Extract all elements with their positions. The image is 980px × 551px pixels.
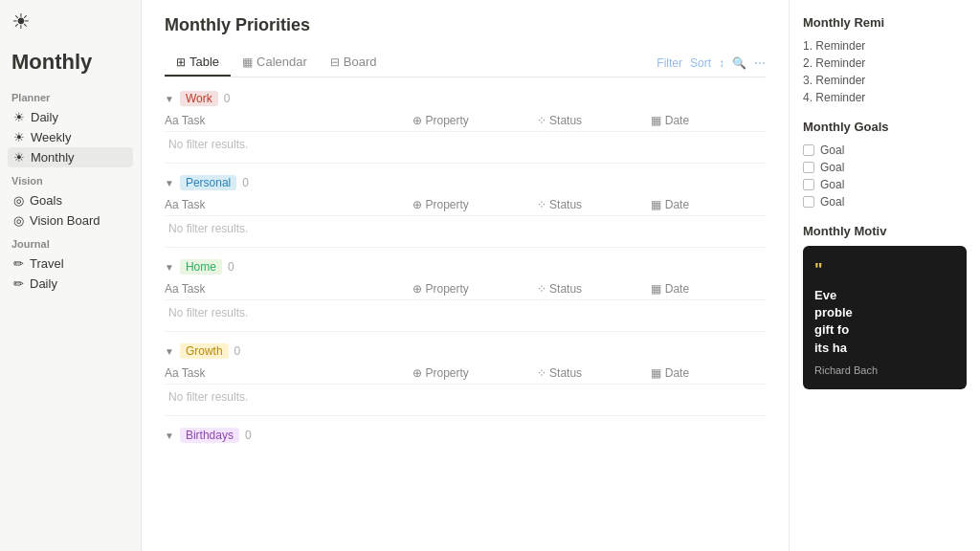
sidebar-item-daily-journal-label: Daily [30,276,57,291]
sidebar-item-weekly-label: Weekly [31,130,71,144]
daily-icon: ☀ [13,110,25,124]
sort-direction-icon[interactable]: ↕ [719,56,724,70]
sidebar-item-travel[interactable]: ✏ Travel [8,253,133,274]
sort-button[interactable]: Sort [690,56,711,70]
reminder-4: 4. Reminder [803,89,967,106]
birthdays-tag: Birthdays [180,428,239,443]
personal-table-header: Aa Task ⊕ Property ⁘ Status ▦ Date [165,194,766,216]
sidebar-item-daily-journal[interactable]: ✏ Daily [8,274,133,294]
col-task-label2: Aa Task [165,198,412,211]
search-icon[interactable]: 🔍 [732,56,746,70]
tab-actions: Filter Sort ↕ 🔍 ⋯ [657,56,766,70]
monthly-icon: ☀ [13,150,25,165]
growth-no-filter: No filter results. [165,385,766,411]
tab-table-label: Table [189,55,219,69]
category-growth-header: ▼ Growth 0 [165,340,766,363]
tab-calendar-label: Calendar [256,55,307,69]
goal-3-checkbox[interactable] [803,179,814,190]
goals-icon: ◎ [13,193,24,208]
tab-table[interactable]: ⊞ Table [165,49,231,77]
goal-1: Goal [803,142,967,159]
growth-count: 0 [234,344,241,358]
category-personal-header: ▼ Personal 0 [165,171,766,194]
personal-divider [165,247,766,248]
sidebar-item-vision-board-label: Vision Board [30,213,100,228]
home-tag: Home [180,259,222,275]
calendar-icon: ▦ [242,55,253,69]
home-count: 0 [228,260,234,274]
col-property-label2: ⊕ Property [412,198,537,211]
category-work: ▼ Work 0 Aa Task ⊕ Property ⁘ Status ▦ D… [165,87,766,164]
personal-count: 0 [242,176,249,189]
reminder-1: 1. Reminder [803,37,967,55]
growth-divider [165,415,766,416]
growth-tag: Growth [180,343,229,359]
col-status-label3: ⁘ Status [537,282,652,296]
sidebar-item-daily[interactable]: ☀ Daily [8,107,133,127]
travel-icon: ✏ [13,256,24,271]
home-table-header: Aa Task ⊕ Property ⁘ Status ▦ Date [165,278,766,300]
journal-section-label: Journal [8,231,133,253]
personal-tag: Personal [180,175,236,190]
vision-section-label: Vision [8,167,133,190]
more-options-icon[interactable]: ⋯ [754,56,766,70]
work-collapse-icon[interactable]: ▼ [165,94,174,104]
motivation-title: Monthly Motiv [803,224,967,238]
goal-2-checkbox[interactable] [803,162,814,173]
tabs-row: ⊞ Table ▦ Calendar ⊟ Board Filter Sort ↕… [165,49,766,77]
col-date-label2: ▦ Date [651,198,766,211]
col-date-label: ▦ Date [651,114,766,127]
sidebar-item-monthly[interactable]: ☀ Monthly [8,147,133,167]
main-content: Monthly Priorities ⊞ Table ▦ Calendar ⊟ … [142,0,789,551]
personal-collapse-icon[interactable]: ▼ [165,178,174,188]
growth-table-header: Aa Task ⊕ Property ⁘ Status ▦ Date [165,363,766,385]
col-status-label: ⁘ Status [537,114,652,127]
sidebar-item-goals[interactable]: ◎ Goals [8,190,133,210]
reminders-list: 1. Reminder 2. Reminder 3. Reminder 4. R… [803,37,967,106]
col-task-label3: Aa Task [165,282,412,296]
sidebar-item-travel-label: Travel [30,256,64,271]
goal-1-checkbox[interactable] [803,144,814,156]
vision-board-icon: ◎ [13,213,24,228]
sidebar-item-vision-board[interactable]: ◎ Vision Board [8,210,133,231]
category-personal: ▼ Personal 0 Aa Task ⊕ Property ⁘ Status… [165,171,766,248]
table-icon: ⊞ [176,55,186,69]
birthdays-count: 0 [245,429,252,442]
category-growth: ▼ Growth 0 Aa Task ⊕ Property ⁘ Status ▦… [165,340,766,416]
home-collapse-icon[interactable]: ▼ [165,262,174,273]
goal-2: Goal [803,159,967,176]
planner-section-label: Planner [8,84,133,107]
col-status-label4: ⁘ Status [537,366,652,380]
sidebar-item-daily-label: Daily [31,110,58,124]
personal-no-filter: No filter results. [165,216,766,243]
col-property-label: ⊕ Property [412,114,537,127]
col-property-label3: ⊕ Property [412,282,537,296]
work-count: 0 [224,92,231,105]
reminders-title: Monthly Remi [803,15,967,30]
right-panel: Monthly Remi 1. Reminder 2. Reminder 3. … [789,0,980,551]
board-icon: ⊟ [330,55,340,69]
tab-board[interactable]: ⊟ Board [319,49,389,77]
goal-4: Goal [803,193,967,210]
growth-collapse-icon[interactable]: ▼ [165,346,174,357]
motivation-box: " Eveproblegift foits ha Richard Bach [803,246,967,389]
category-birthdays: ▼ Birthdays 0 [165,424,766,447]
work-tag: Work [180,91,218,106]
sidebar-item-weekly[interactable]: ☀ Weekly [8,127,133,147]
category-home-header: ▼ Home 0 [165,255,766,278]
work-table-header: Aa Task ⊕ Property ⁘ Status ▦ Date [165,110,766,132]
goals-title: Monthly Goals [803,120,967,134]
category-birthdays-header: ▼ Birthdays 0 [165,424,766,447]
col-property-label4: ⊕ Property [412,366,537,380]
motivation-author: Richard Bach [814,363,955,379]
sidebar-title: Monthly [8,46,133,84]
birthdays-collapse-icon[interactable]: ▼ [165,430,174,441]
filter-button[interactable]: Filter [657,56,682,70]
goal-3: Goal [803,176,967,193]
goal-4-checkbox[interactable] [803,196,814,208]
tab-calendar[interactable]: ▦ Calendar [231,49,319,77]
motivation-quote-icon: " [814,257,955,283]
category-work-header: ▼ Work 0 [165,87,766,110]
goals-list: Goal Goal Goal Goal [803,142,967,210]
col-date-label3: ▦ Date [651,282,766,296]
